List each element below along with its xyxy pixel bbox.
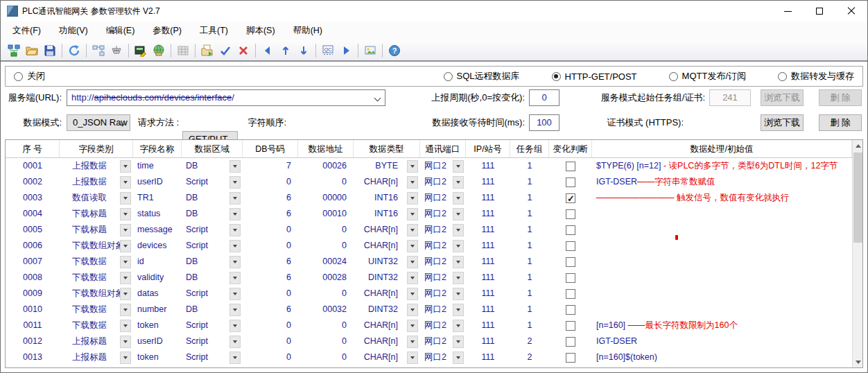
checkbox-unchecked[interactable] [566,305,575,315]
mode-radio-4[interactable]: 数据转发与缓存 [778,70,854,83]
paste-button[interactable] [199,42,216,59]
topology-button[interactable] [90,42,107,59]
category-dropdown[interactable] [118,336,133,348]
move-up-button[interactable] [277,42,294,59]
table-row[interactable]: 0002上报数据userIDScript00CHAR[n]网口21111IGT-… [6,174,852,190]
area-dropdown[interactable] [227,272,243,284]
plc-config-button[interactable] [132,42,149,59]
type-dropdown[interactable] [405,224,420,236]
menu-function[interactable]: 功能(V) [50,22,97,40]
data-mode-select[interactable]: 0_JSON Raw [67,114,130,131]
port-dropdown[interactable] [451,256,466,268]
port-dropdown[interactable] [451,352,466,364]
image-button[interactable] [362,42,379,59]
maximize-button[interactable] [804,1,835,21]
port-dropdown[interactable] [451,304,466,316]
browse-download-button[interactable]: 浏览下载 [761,114,804,131]
port-dropdown[interactable] [451,288,466,300]
table-row[interactable]: 0008下载数据validityDB600028DINT32网口21111 [6,270,852,286]
checkbox-unchecked[interactable] [566,225,575,235]
checkbox-unchecked[interactable] [566,257,575,267]
menu-help[interactable]: 帮助(H) [284,22,331,40]
port-dropdown[interactable] [451,320,466,332]
area-dropdown[interactable] [227,352,243,364]
mode-radio-1[interactable]: SQL远程数据库 [444,70,520,83]
checkbox-unchecked[interactable] [566,209,575,219]
type-dropdown[interactable] [405,288,420,300]
category-dropdown[interactable] [118,352,133,364]
connect-plc-button[interactable] [6,42,22,59]
table-row[interactable]: 0013上报标题tokenScript00CHAR[n]网口21112[n=16… [6,349,852,365]
area-dropdown[interactable] [227,208,243,220]
table-row[interactable]: 0010下载数据numberDB600032DINT32网口21111 [6,302,852,318]
table-row[interactable]: 0009下载数组对象datasScript00CHAR[n]网口21111 [6,286,852,302]
menu-script[interactable]: 脚本(S) [237,22,284,40]
menu-file[interactable]: 文件(F) [3,22,50,40]
type-dropdown[interactable] [405,352,420,364]
checkbox-unchecked[interactable] [566,353,575,363]
table-row[interactable]: 0007下载数据idDB600024UINT32网口21111 [6,254,852,270]
type-dropdown[interactable] [405,176,420,189]
cancel-x-button[interactable] [235,42,252,59]
area-dropdown[interactable] [227,160,243,173]
type-dropdown[interactable] [405,160,420,173]
area-dropdown[interactable] [227,256,243,268]
area-dropdown[interactable] [227,240,243,252]
checkbox-unchecked[interactable] [566,162,575,171]
type-dropdown[interactable] [405,256,420,268]
port-dropdown[interactable] [451,160,466,173]
port-dropdown[interactable] [451,336,466,348]
table-row[interactable]: 0004下载标题statusDB600010INT16网口21111 [6,206,852,222]
area-dropdown[interactable] [227,192,243,205]
category-dropdown[interactable] [118,288,133,300]
scrollbar-thumb[interactable] [853,153,862,243]
move-down-button[interactable] [295,42,312,59]
category-dropdown[interactable] [118,192,133,205]
nav-left-button[interactable] [259,42,276,59]
table-row[interactable]: 0012上报标题userIDScript00CHAR[n]网口21112IGT-… [6,333,852,349]
type-dropdown[interactable] [405,320,420,332]
category-dropdown[interactable] [118,240,133,252]
scroll-up-button[interactable] [853,140,863,151]
browse-download-button-disabled[interactable]: 浏览下载 [761,89,804,106]
category-dropdown[interactable] [118,304,133,316]
help-button[interactable]: ? [386,42,403,59]
area-dropdown[interactable] [227,288,243,300]
category-dropdown[interactable] [118,320,133,332]
checkbox-unchecked[interactable] [566,337,575,347]
type-dropdown[interactable] [405,240,420,252]
port-dropdown[interactable] [451,224,466,236]
port-dropdown[interactable] [451,208,466,220]
close-button[interactable] [835,1,867,21]
type-dropdown[interactable] [405,336,420,348]
area-dropdown[interactable] [227,224,243,236]
checkbox-unchecked[interactable] [566,241,575,251]
url-combobox[interactable]: http://apiheclouds.com/devices/interface… [67,89,385,106]
checkbox-unchecked[interactable] [566,289,575,299]
category-dropdown[interactable] [118,208,133,220]
table-row[interactable]: 0011下载数据tokenScript00CHAR[n]网口21111[n=16… [6,318,852,333]
delete-button-disabled[interactable]: 删 除 [819,89,862,106]
menu-parameter[interactable]: 参数(P) [144,22,191,40]
open-file-button[interactable] [24,42,40,59]
run-button[interactable] [338,42,354,59]
table-row[interactable]: 0006下载数组对象devicesScript00CHAR[n]网口21111 [6,238,852,254]
checkbox-unchecked[interactable] [566,273,575,283]
chevron-down-icon[interactable] [374,95,381,102]
port-dropdown[interactable] [451,192,466,205]
minimize-button[interactable] [772,1,804,21]
category-dropdown[interactable] [118,176,133,189]
table-row[interactable]: 0003数值读取TR1DB600000INT16网口21111—————————… [6,190,852,206]
port-dropdown[interactable] [451,272,466,284]
area-dropdown[interactable] [227,336,243,348]
area-dropdown[interactable] [227,304,243,316]
mode-radio-3[interactable]: MQTT发布/订阅 [669,70,746,83]
recv-wait-input[interactable]: 100 [529,114,559,131]
mode-radio-2[interactable]: HTTP-GET/POST [552,70,637,83]
menu-tools[interactable]: 工具(T) [191,22,237,40]
confirm-check-button[interactable] [217,42,234,59]
serial-port-button[interactable] [108,42,125,59]
checkbox-unchecked[interactable] [566,177,575,187]
checkbox-checked[interactable] [566,193,575,203]
area-dropdown[interactable] [227,176,243,189]
